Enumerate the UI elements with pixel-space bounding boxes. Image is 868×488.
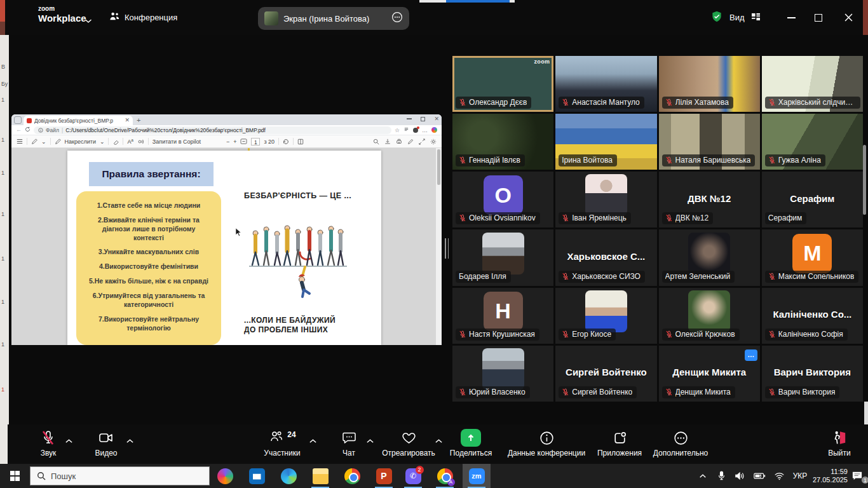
react-button[interactable]: Отреагировать	[380, 429, 437, 458]
copilot-ask-button[interactable]: Запитати в Copilot	[153, 139, 201, 145]
gallery-view-icon[interactable]	[751, 12, 761, 24]
participant-tile-23[interactable]: Денщик Микита…Денщик Микита	[659, 346, 760, 402]
url-field[interactable]: Файл | C:/Users/dbclut/OneDrive/Рабочий%…	[34, 126, 391, 134]
page-number-input[interactable]: 1	[251, 138, 260, 146]
taskbar-app-chrome[interactable]	[338, 464, 366, 488]
browser-close-icon[interactable]: ✕	[434, 116, 439, 122]
taskbar-app-powerpoint[interactable]: P	[370, 464, 398, 488]
audio-button[interactable]: Звук	[27, 429, 69, 458]
taskbar-app-chrome-profile[interactable]: A	[431, 464, 459, 488]
participant-tile-7[interactable]: Наталя Баришевська	[659, 114, 760, 170]
reload-icon[interactable]	[25, 126, 31, 133]
chevron-down-icon[interactable]	[85, 15, 92, 26]
participant-tile-16[interactable]: MМаксим Сопельников	[762, 229, 863, 285]
browser-minimize-icon[interactable]	[407, 118, 412, 119]
highlighter-icon[interactable]	[55, 139, 61, 145]
taskbar-app-copilot[interactable]	[211, 464, 239, 488]
more-button[interactable]: Дополнительно	[639, 429, 722, 458]
pdf-scrollbar[interactable]	[436, 148, 442, 345]
browser-maximize-icon[interactable]	[421, 117, 425, 121]
tray-volume-icon[interactable]	[731, 464, 749, 488]
tile-more-options-button[interactable]: …	[745, 349, 757, 361]
save-icon[interactable]	[384, 139, 391, 145]
pdf-document-area[interactable]: Правила звертання: 1.Ставте себе на місц…	[11, 148, 442, 345]
fullscreen-icon[interactable]	[419, 139, 425, 145]
participant-tile-21[interactable]: Юрий Власенко	[452, 346, 553, 402]
participant-tile-15[interactable]: Артем Зеленський	[659, 229, 760, 285]
taskbar-app-store[interactable]	[243, 464, 271, 488]
participant-tile-17[interactable]: ННастя Крушинская	[452, 288, 553, 344]
browser-tab[interactable]: Довідник безбар'єрності_BMP.p ✕	[24, 116, 133, 125]
tab-meeting[interactable]: Конференция	[109, 11, 177, 23]
zoom-out-icon[interactable]: −	[226, 139, 229, 145]
collections-icon[interactable]	[403, 126, 409, 133]
minimize-button[interactable]	[777, 0, 805, 35]
more-options-icon[interactable]	[391, 11, 403, 25]
meeting-info-button[interactable]: Данные конференции	[502, 429, 591, 458]
participant-tile-11[interactable]: ДВК №12ДВК №12	[659, 172, 760, 227]
chevron-down-icon[interactable]: ⌄	[100, 139, 105, 145]
taskbar-app-viber[interactable]: ✆2	[399, 464, 427, 488]
taskbar-search[interactable]: Пошук	[30, 466, 210, 485]
eraser-icon[interactable]	[112, 139, 119, 145]
zoom-in-icon[interactable]: +	[233, 139, 236, 145]
video-options-chevron[interactable]	[126, 435, 134, 446]
participant-tile-20[interactable]: Калініченко Со...Калініченко Софія	[762, 288, 863, 344]
browser-menu-icon[interactable]: …	[422, 127, 428, 133]
participant-tile-5[interactable]: Геннадій Івлєв	[452, 114, 553, 170]
add-text-icon[interactable]: Aª	[127, 139, 133, 145]
page-view-icon[interactable]	[297, 139, 304, 145]
participant-tile-22[interactable]: Сиргей ВойтенкоСиргей Войтенко	[555, 346, 656, 402]
screen-share-indicator[interactable]: Экран (Ірина Войтова)	[258, 7, 409, 30]
participant-tile-13[interactable]: Бодарев Ілля	[452, 229, 553, 285]
back-icon[interactable]: ←	[16, 127, 22, 133]
toc-menu-icon[interactable]	[17, 139, 23, 144]
participant-tile-18[interactable]: Егор Киосе	[555, 288, 656, 344]
react-options-chevron[interactable]	[435, 435, 443, 446]
search-icon[interactable]	[373, 139, 379, 145]
print-icon[interactable]	[396, 139, 402, 145]
tray-battery-icon[interactable]	[750, 464, 769, 488]
participants-options-chevron[interactable]	[309, 435, 317, 446]
panel-resize-handle[interactable]	[444, 238, 449, 259]
edit-icon[interactable]	[407, 139, 414, 145]
view-button[interactable]: Вид	[729, 13, 745, 22]
participant-tile-6[interactable]: Ірина Войтова	[555, 114, 656, 170]
browser-profile-icon[interactable]	[413, 128, 418, 133]
participant-tile-3[interactable]: Лілія Хатамова	[659, 56, 760, 112]
tray-overflow-chevron[interactable]	[694, 464, 712, 488]
start-button[interactable]	[0, 464, 30, 488]
chat-options-chevron[interactable]	[366, 435, 374, 446]
participant-tile-14[interactable]: Харьковское С...Харьковское СИЗО	[555, 229, 656, 285]
taskbar-app-explorer[interactable]	[306, 464, 334, 488]
participants-button[interactable]: 24 Участники	[257, 429, 308, 458]
participant-tile-19[interactable]: Олексій Крючков	[659, 288, 760, 344]
participant-tile-12[interactable]: СерафимСерафим	[762, 172, 863, 227]
leave-button[interactable]: Выйти	[817, 429, 862, 458]
maximize-button[interactable]	[804, 0, 832, 35]
rotate-icon[interactable]	[283, 139, 289, 145]
settings-gear-icon[interactable]	[430, 139, 437, 145]
share-screen-button[interactable]: Поделиться	[445, 429, 496, 458]
tab-actions-icon[interactable]	[14, 116, 22, 124]
read-aloud-icon[interactable]	[137, 139, 144, 145]
participant-tile-2[interactable]: Анастасія Мантуло	[555, 56, 656, 112]
close-button[interactable]	[834, 0, 862, 35]
chat-button[interactable]: Чат	[333, 429, 365, 458]
copilot-icon[interactable]	[431, 127, 437, 133]
notification-center-button[interactable]: 1	[849, 464, 865, 488]
participant-tile-24[interactable]: Варич ВикторияВарич Виктория	[762, 346, 863, 402]
draw-label[interactable]: Накреслити	[65, 139, 96, 145]
new-tab-icon[interactable]: +	[137, 117, 140, 124]
participant-tile-9[interactable]: OOleksii Ovsiannikov	[452, 172, 553, 227]
participant-tile-8[interactable]: Гужва Аліна	[762, 114, 863, 170]
tab-close-icon[interactable]: ✕	[125, 118, 130, 123]
pen-tool-icon[interactable]	[31, 139, 37, 145]
participant-tile-10[interactable]: Іван Яремінець	[555, 172, 656, 227]
grid-scrollbar[interactable]	[863, 56, 867, 402]
favorites-star-icon[interactable]: ☆	[395, 127, 400, 133]
taskbar-app-edge[interactable]	[275, 464, 302, 488]
video-button[interactable]: Видео	[85, 429, 127, 458]
chevron-down-icon[interactable]: ⌄	[41, 139, 46, 145]
participant-tile-4[interactable]: Харківський слідчий ...	[762, 56, 863, 112]
